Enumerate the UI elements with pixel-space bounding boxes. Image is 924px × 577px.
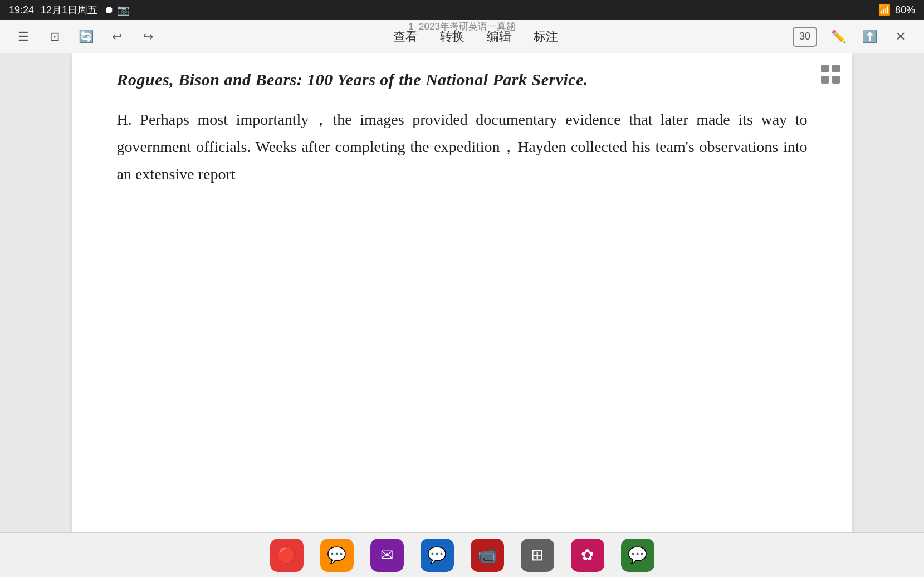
toolbar-nav: 1_2023年考研英语一真题 查看 转换 编辑 标注 bbox=[393, 28, 558, 45]
sidebar-toggle-button[interactable]: ☰ bbox=[13, 27, 33, 47]
page-title: Rogues, Bison and Bears: 100 Years of th… bbox=[117, 70, 808, 89]
dock-icon-8[interactable]: 💬 bbox=[621, 539, 654, 572]
nav-mark[interactable]: 标注 bbox=[534, 28, 558, 45]
battery-display: 80% bbox=[895, 4, 915, 16]
status-left: 19:24 12月1日周五 ⏺ 📷 bbox=[9, 3, 129, 17]
toolbar: ☰ ⊡ 🔄 ↩ ↪ 1_2023年考研英语一真题 查看 转换 编辑 标注 30 … bbox=[0, 20, 924, 53]
status-icons: ⏺ 📷 bbox=[104, 4, 129, 16]
layout-button[interactable]: ⊡ bbox=[45, 27, 65, 47]
bottom-dock: 🔴 💬 ✉ 💬 📹 ⊞ ✿ 💬 bbox=[0, 532, 924, 577]
share-button[interactable]: ⬆️ bbox=[859, 27, 879, 47]
time-display: 19:24 bbox=[9, 4, 34, 16]
redo-button[interactable]: ↪ bbox=[138, 27, 158, 47]
paragraph-h: H. Perhaps most importantly，the images p… bbox=[117, 106, 808, 188]
sync-button[interactable]: 🔄 bbox=[76, 27, 96, 47]
grid-icon[interactable] bbox=[821, 65, 841, 85]
dock-icon-3[interactable]: ✉ bbox=[370, 539, 404, 572]
toolbar-title-label: 1_2023年考研英语一真题 bbox=[408, 20, 516, 33]
annotate-button[interactable]: ✏️ bbox=[828, 27, 848, 47]
dock-icon-1[interactable]: 🔴 bbox=[270, 539, 304, 572]
dock-icon-2[interactable]: 💬 bbox=[320, 539, 354, 572]
toolbar-right: 30 ✏️ ⬆️ ✕ bbox=[793, 27, 911, 47]
document-page: Rogues, Bison and Bears: 100 Years of th… bbox=[72, 53, 852, 532]
dock-icon-6[interactable]: ⊞ bbox=[521, 539, 554, 572]
status-right: 📶 80% bbox=[878, 4, 915, 16]
content-area: Rogues, Bison and Bears: 100 Years of th… bbox=[0, 53, 924, 532]
close-button[interactable]: ✕ bbox=[891, 27, 911, 47]
status-bar: 19:24 12月1日周五 ⏺ 📷 📶 80% bbox=[0, 0, 924, 20]
dock-icon-7[interactable]: ✿ bbox=[571, 539, 604, 572]
dock-icon-5[interactable]: 📹 bbox=[471, 539, 504, 572]
undo-button[interactable]: ↩ bbox=[107, 27, 127, 47]
toolbar-left: ☰ ⊡ 🔄 ↩ ↪ bbox=[13, 27, 158, 47]
dock-icon-4[interactable]: 💬 bbox=[421, 539, 454, 572]
page-num-button[interactable]: 30 bbox=[793, 27, 817, 47]
signal-icon: 📶 bbox=[878, 4, 891, 16]
date-display: 12月1日周五 bbox=[41, 3, 97, 17]
